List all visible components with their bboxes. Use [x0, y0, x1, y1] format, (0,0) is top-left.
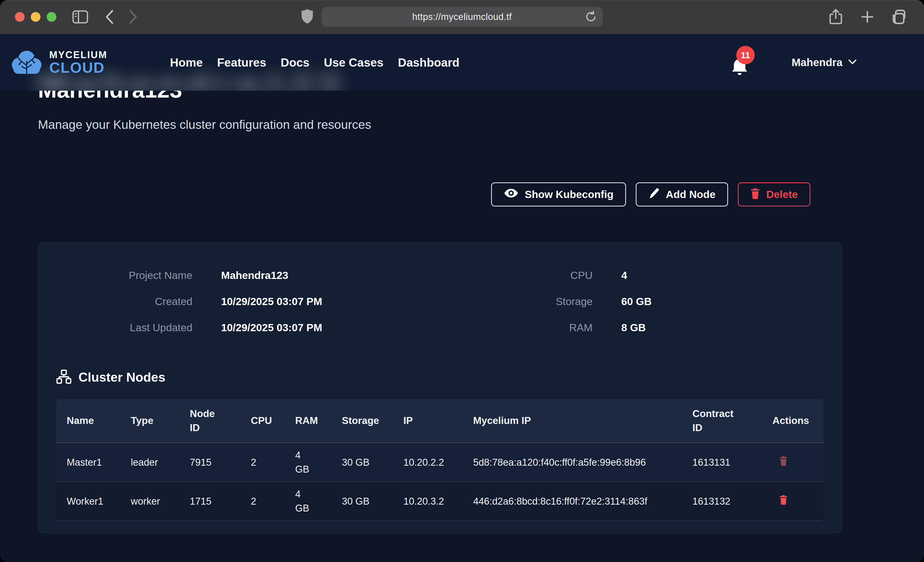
- cluster-actions: Show Kubeconfig Add Node Delete: [0, 182, 810, 206]
- cluster-nodes-title: Cluster Nodes: [78, 370, 165, 385]
- trash-icon: [779, 455, 788, 466]
- eye-icon: [504, 188, 519, 201]
- privacy-shield-icon[interactable]: [301, 9, 314, 25]
- table-row: Master1 leader 7915 2 4 GB 30 GB 10.20.2…: [56, 443, 824, 482]
- nav-links: Home Features Docs Use Cases Dashboard: [170, 55, 460, 69]
- share-icon[interactable]: [829, 9, 843, 25]
- storage-label: Storage: [440, 296, 592, 308]
- col-node-id: Node ID: [180, 399, 240, 443]
- info-row-cpu: CPU 4: [440, 262, 824, 288]
- cell-node-id: 7915: [180, 443, 240, 482]
- col-ram: RAM: [285, 399, 332, 443]
- cell-node-id: 1715: [180, 482, 240, 521]
- cell-mycelium-ip: 446:d2a6:8bcd:8c16:ff0f:72e2:3114:863f: [463, 482, 682, 521]
- new-tab-icon[interactable]: [860, 10, 874, 24]
- zoom-button[interactable]: [46, 12, 56, 22]
- cell-ram: 4 GB: [285, 482, 332, 521]
- pencil-icon: [648, 187, 660, 202]
- cell-ip: 10.20.2.2: [393, 443, 463, 482]
- cell-type: worker: [120, 482, 180, 521]
- created-label: Created: [56, 296, 192, 308]
- close-button[interactable]: [15, 12, 25, 22]
- project-info: Project Name Mahendra123 Created 10/29/2…: [56, 262, 824, 341]
- address-bar[interactable]: https://myceliumcloud.tf: [322, 7, 603, 27]
- col-mycelium-ip: Mycelium IP: [463, 399, 682, 443]
- cell-actions: [762, 482, 824, 521]
- delete-label: Delete: [766, 188, 798, 200]
- cell-contract-id: 1613131: [682, 443, 762, 482]
- cell-name: Master1: [56, 443, 120, 482]
- cluster-nodes-icon: [56, 369, 71, 385]
- cluster-nodes-heading: Cluster Nodes: [56, 369, 824, 385]
- ram-value: 8 GB: [621, 322, 824, 334]
- top-navbar: Mahendra123: [0, 34, 924, 91]
- cloud-logo-icon: [9, 49, 44, 76]
- add-node-label: Add Node: [666, 188, 716, 200]
- info-row-project-name: Project Name Mahendra123: [56, 262, 440, 288]
- cell-storage: 30 GB: [332, 482, 393, 521]
- last-updated-value: 10/29/2025 03:07 PM: [221, 322, 440, 334]
- col-actions: Actions: [762, 399, 824, 443]
- user-name: Mahendra: [792, 56, 843, 69]
- cell-storage: 30 GB: [332, 443, 393, 482]
- add-node-button[interactable]: Add Node: [636, 182, 728, 206]
- page-subtitle: Manage your Kubernetes cluster configura…: [38, 118, 924, 132]
- delete-cluster-button[interactable]: Delete: [738, 182, 810, 206]
- mycelium-cloud-logo[interactable]: MYCELIUM CLOUD: [9, 49, 108, 76]
- info-row-last-updated: Last Updated 10/29/2025 03:07 PM: [56, 315, 440, 341]
- delete-node-button[interactable]: [779, 455, 788, 467]
- nav-link-features[interactable]: Features: [217, 55, 266, 69]
- show-kubeconfig-button[interactable]: Show Kubeconfig: [491, 182, 626, 206]
- col-storage: Storage: [332, 399, 393, 443]
- col-name: Name: [56, 399, 120, 443]
- table-header-row: Name Type Node ID CPU RAM Storage IP Myc…: [56, 399, 824, 443]
- forward-icon[interactable]: [129, 9, 138, 24]
- tab-overview-icon[interactable]: [892, 9, 908, 24]
- user-menu[interactable]: Mahendra: [792, 56, 857, 69]
- cell-contract-id: 1613132: [682, 482, 762, 521]
- col-cpu: CPU: [240, 399, 285, 443]
- info-row-storage: Storage 60 GB: [440, 288, 824, 315]
- show-kubeconfig-label: Show Kubeconfig: [525, 188, 614, 200]
- logo-text-line2: CLOUD: [49, 60, 108, 75]
- reload-icon[interactable]: [585, 11, 597, 23]
- cpu-value: 4: [621, 269, 824, 281]
- delete-node-button[interactable]: [779, 494, 788, 506]
- created-value: 10/29/2025 03:07 PM: [221, 296, 440, 308]
- cell-type: leader: [120, 443, 180, 482]
- trash-icon: [750, 187, 760, 202]
- storage-value: 60 GB: [621, 296, 824, 308]
- nav-link-home[interactable]: Home: [170, 55, 203, 69]
- logo-text-line1: MYCELIUM: [49, 50, 108, 60]
- cell-cpu: 2: [240, 443, 285, 482]
- cell-cpu: 2: [240, 482, 285, 521]
- info-row-created: Created 10/29/2025 03:07 PM: [56, 288, 440, 315]
- cell-mycelium-ip: 5d8:78ea:a120:f40c:ff0f:a5fe:99e6:8b96: [463, 443, 682, 482]
- browser-window: https://myceliumcloud.tf Mahendra123 Man…: [0, 0, 924, 562]
- ram-label: RAM: [440, 322, 592, 334]
- cell-actions: [762, 443, 824, 482]
- url-text: https://myceliumcloud.tf: [412, 12, 512, 22]
- table-row: Worker1 worker 1715 2 4 GB 30 GB 10.20.3…: [56, 482, 824, 521]
- cpu-label: CPU: [440, 269, 592, 281]
- minimize-button[interactable]: [31, 12, 40, 22]
- chevron-down-icon: [848, 59, 857, 66]
- last-updated-label: Last Updated: [56, 322, 192, 334]
- window-controls: [15, 12, 56, 22]
- col-ip: IP: [393, 399, 463, 443]
- col-type: Type: [120, 399, 180, 443]
- notification-badge: 11: [736, 46, 755, 64]
- sidebar-toggle-icon[interactable]: [72, 10, 88, 24]
- notifications-button[interactable]: 11: [728, 46, 751, 79]
- nav-link-dashboard[interactable]: Dashboard: [398, 55, 459, 69]
- trash-icon: [779, 494, 788, 505]
- cell-ram: 4 GB: [285, 443, 332, 482]
- cluster-details-card: Project Name Mahendra123 Created 10/29/2…: [38, 242, 842, 533]
- back-icon[interactable]: [105, 9, 114, 24]
- nav-link-docs[interactable]: Docs: [280, 55, 309, 69]
- cell-ip: 10.20.3.2: [393, 482, 463, 521]
- info-row-ram: RAM 8 GB: [440, 315, 824, 341]
- cluster-nodes-table: Name Type Node ID CPU RAM Storage IP Myc…: [56, 399, 824, 521]
- nav-link-use-cases[interactable]: Use Cases: [324, 55, 384, 69]
- col-contract-id: Contract ID: [682, 399, 762, 443]
